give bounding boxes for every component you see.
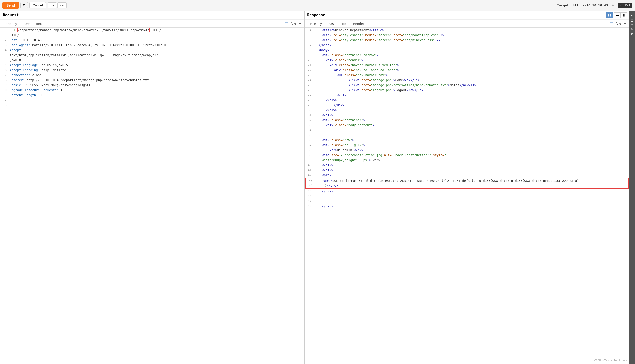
tab-render-resp[interactable]: Render — [350, 21, 368, 28]
table-row: 2 Host: 10.10.10.43 — [0, 38, 305, 43]
tab-hex[interactable]: Hex — [33, 21, 45, 28]
table-row: 12 — [0, 98, 305, 102]
format-icon[interactable]: ☰ — [284, 21, 289, 27]
request-panel: Request Pretty Raw Hex ☰ \n ≡ 1 GET /dep… — [0, 11, 305, 364]
request-code-area[interactable]: 1 GET /department/manage.php?notes=/nine… — [0, 28, 305, 364]
tab-pretty[interactable]: Pretty — [3, 21, 20, 28]
table-row: 47 — [305, 199, 629, 204]
toolbar: Send ⚙ Cancel ‹ ▼ › ▼ Target: http://10.… — [0, 0, 635, 11]
view-mode-buttons: ▮▮ ▬ ▮ — [606, 12, 627, 18]
response-tabs: Pretty Raw Hex Render ☰ \n ≡ — [305, 20, 629, 28]
response-tab-icons: ☰ \n ≡ — [609, 21, 627, 27]
table-row: 1 GET /department/manage.php?notes=/nine… — [0, 28, 305, 33]
table-row: 27 </ul> — [305, 92, 629, 98]
request-tab-icons: ☰ \n ≡ — [284, 21, 302, 27]
view-btn-grid[interactable]: ▮▮ — [606, 12, 613, 18]
table-row: 25 <li><a href="manage.php?notes=files/n… — [305, 83, 629, 88]
table-row: 28 </div> — [305, 98, 629, 102]
table-row: 14 <title>Nineveh Department</title> — [305, 28, 629, 33]
table-row: 41 </div> — [305, 168, 629, 172]
table-row: 8 Referer: http://10.10.10.43/department… — [0, 78, 305, 83]
table-row: HTTP/1.1 — [0, 33, 305, 38]
table-row: 3 User-Agent: Mozilla/5.0 (X11; Linux aa… — [0, 43, 305, 48]
prev-button[interactable]: ‹ ▼ — [48, 2, 57, 8]
tab-hex-resp[interactable]: Hex — [338, 21, 350, 28]
table-row: 45 </pre> — [305, 189, 629, 194]
table-row: 15 <link rel="stylesheet" media="screen"… — [305, 33, 629, 38]
table-row: 13 — [0, 102, 305, 108]
http-version[interactable]: HTTP/1 — [618, 3, 632, 8]
menu-icon[interactable]: ≡ — [299, 21, 302, 27]
table-row: 44 ')</pre> — [306, 183, 628, 188]
tab-raw-resp[interactable]: Raw — [325, 21, 337, 28]
table-row: 38 <h2>Hi admin,</h2> — [305, 148, 629, 152]
inspector-label: INSPECTOR — [629, 11, 635, 40]
table-row: 31 </div> — [305, 112, 629, 118]
watermark: CSDN @XavierDarkness — [594, 359, 627, 362]
table-row: 32 <div class="container"> — [305, 118, 629, 122]
table-row: 39 <img src=./underconstruction.jpg alt=… — [305, 152, 629, 162]
table-row: 5 Accept-Language: en-US,en;q=0.5 — [0, 63, 305, 68]
table-row: 34 — [305, 128, 629, 132]
resp-newline-icon[interactable]: \n — [616, 21, 621, 27]
table-row: 11 Content-Length: 0 — [0, 92, 305, 98]
newline-icon[interactable]: \n — [291, 21, 297, 27]
table-row: 43 <pre>SQLite format 3@ -ñ_d'tabletest2… — [306, 178, 628, 183]
response-panel: Response ▮▮ ▬ ▮ Pretty Raw Hex Render ☰ … — [305, 11, 629, 364]
table-row: 23 <ul class="nav navbar-nav"> — [305, 73, 629, 78]
resp-format-icon[interactable]: ☰ — [609, 21, 614, 27]
edit-icon[interactable]: ✎ — [612, 4, 614, 8]
table-row: 17 </head> — [305, 43, 629, 48]
view-btn-list[interactable]: ▬ — [614, 12, 621, 18]
response-code-area[interactable]: 14 <title>Nineveh Department</title> 15 … — [305, 28, 629, 364]
cancel-button[interactable]: Cancel — [30, 2, 46, 8]
tab-pretty-resp[interactable]: Pretty — [307, 21, 325, 28]
table-row: 16 <link rel="stylesheet" media="screen"… — [305, 38, 629, 43]
table-row: 48 </div> — [305, 204, 629, 209]
table-row: text/html,application/xhtml+xml,applicat… — [0, 53, 305, 58]
table-row: 42 <pre> — [305, 172, 629, 178]
table-row: 46 — [305, 194, 629, 199]
response-header: Response — [307, 13, 325, 18]
table-row: 20 <div class="header"> — [305, 58, 629, 63]
table-row: 9 Cookie: PHPSESSID=qa919bkjkpfs52hpqg7d… — [0, 83, 305, 88]
table-row: 4 Accept: — [0, 48, 305, 53]
next-button[interactable]: › ▼ — [58, 2, 67, 8]
send-button[interactable]: Send — [3, 2, 19, 9]
table-row: 36 <div class="row"> — [305, 138, 629, 142]
request-tabs: Pretty Raw Hex ☰ \n ≡ — [0, 20, 305, 28]
inspector-sidebar[interactable]: INSPECTOR — [629, 11, 635, 364]
table-row: 7 Connection: close — [0, 73, 305, 78]
table-row: 37 <div class="col-lg-12"> — [305, 142, 629, 148]
table-row: 22 <div class="nav-collapse collapse"> — [305, 68, 629, 73]
table-row: 35 — [305, 132, 629, 138]
table-row: 19 <div class="container-narrow"> — [305, 53, 629, 58]
table-row: 30 </div> — [305, 108, 629, 112]
table-row: 18 <body> — [305, 48, 629, 53]
view-btn-compact[interactable]: ▮ — [621, 12, 627, 18]
table-row: 29 </div> — [305, 102, 629, 108]
table-row: 26 <li><a href="logout.php">Logout</a></… — [305, 88, 629, 92]
tab-raw[interactable]: Raw — [21, 21, 33, 28]
table-row: 21 <div class="navbar navbar-fixed-top"> — [305, 63, 629, 68]
settings-button[interactable]: ⚙ — [21, 2, 28, 8]
target-label: Target: http://10.10.10.43 — [557, 4, 608, 7]
main-panels: Request Pretty Raw Hex ☰ \n ≡ 1 GET /dep… — [0, 11, 635, 364]
table-row: ;q=0.8 — [0, 58, 305, 63]
resp-menu-icon[interactable]: ≡ — [623, 21, 627, 27]
table-row: 33 <div class="body-content"> — [305, 122, 629, 128]
table-row: 40 </div> — [305, 162, 629, 168]
target-info: Target: http://10.10.10.43 — [557, 4, 608, 7]
table-row: 24 <li><a href="manage.php">Home</a></li… — [305, 78, 629, 83]
navigation-arrows: ‹ ▼ › ▼ — [48, 2, 67, 8]
table-row: 6 Accept-Encoding: gzip, deflate — [0, 68, 305, 73]
response-highlight-box: 43 <pre>SQLite format 3@ -ñ_d'tabletest2… — [305, 178, 629, 189]
table-row: 10 Upgrade-Insecure-Requests: 1 — [0, 88, 305, 92]
request-header: Request — [0, 11, 305, 20]
